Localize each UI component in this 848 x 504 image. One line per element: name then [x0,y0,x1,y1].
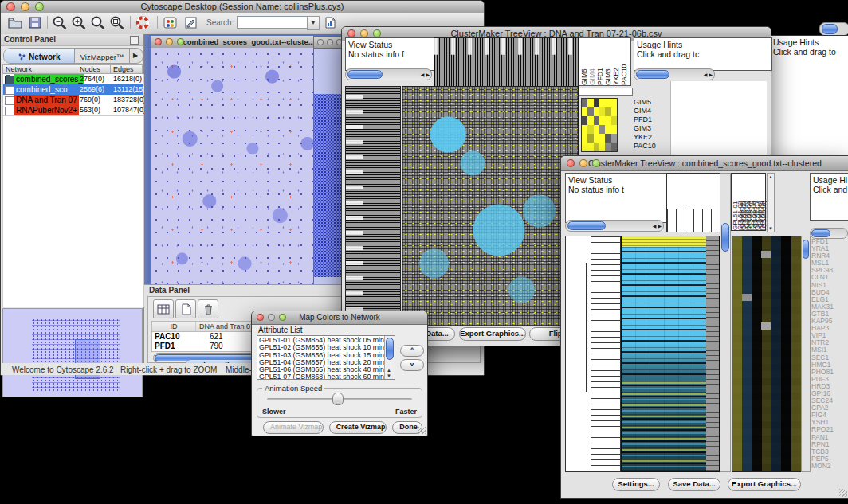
tv2-row-dendrogram[interactable] [565,236,621,472]
tv2-usage-hints-scrollbar[interactable] [810,228,848,239]
network-table-row[interactable]: combined_scores_ 2764(0) 16218(0) [3,74,143,84]
column-header-edges[interactable]: Edges [111,64,143,74]
scroll-right-icon[interactable]: ▶ [426,72,430,77]
minimize-button[interactable] [21,2,29,11]
help-ring-icon[interactable] [135,15,151,30]
tv2-column-label[interactable]: GPL51-08 (GSM872) [760,174,764,230]
dialog-close-button[interactable] [257,314,264,321]
attribute-browser-icon[interactable] [323,16,338,29]
tv2-detail-vscroll-thumb[interactable] [803,240,809,259]
tv2-close-button[interactable] [567,159,575,167]
tv2-main-vscrollbar[interactable] [720,173,731,472]
tv1-row-label[interactable]: GIM3 [634,124,669,133]
data-col-id[interactable]: ID [152,322,196,331]
attribute-list-scroll-thumb[interactable] [386,338,394,360]
scroll-down-icon[interactable]: ▼ [387,373,391,378]
tv2-heatmap[interactable] [621,236,720,472]
dialog-minimize-button[interactable] [268,314,275,321]
resize-grip[interactable] [839,489,847,497]
view2-minimize-button[interactable] [327,39,333,45]
tv1-row-label[interactable]: GIM5 [634,98,669,107]
column-header-network[interactable]: Network [2,64,77,74]
attribute-select-icon[interactable] [153,299,174,318]
tv2-minimize-button[interactable] [579,159,587,167]
close-button[interactable] [6,2,15,11]
tv2-uh-scroll-thumb[interactable] [811,229,830,237]
tv1-row-label[interactable]: GIM4 [634,107,669,115]
tv2-main-vscroll-thumb[interactable] [721,223,729,252]
tv2-save-data-button[interactable]: Save Data... [668,478,720,491]
tv1-row-label[interactable]: PFD1 [634,115,669,124]
tv2-view-status-scrollbar[interactable]: ◀▶ [565,220,664,232]
tab-network[interactable]: Network [4,49,75,63]
tv1-close-button[interactable] [347,29,355,37]
tv2-detail-vscrollbar[interactable] [801,236,811,472]
dialog-button[interactable]: Animate Vizmap [263,421,324,434]
zoom-button[interactable] [35,2,44,11]
resize-grip[interactable] [418,427,426,434]
birdseye-view[interactable] [2,308,143,397]
attribute-list-vscrollbar[interactable]: ▲ ▼ [384,336,395,379]
scroll-left-icon[interactable]: ◀ [421,72,425,77]
network-table-row[interactable]: combined_sco 2569(6) 13112(15) [3,84,143,95]
tv1-row-label[interactable]: PAC10 [634,142,669,150]
speed-slider-thumb[interactable] [332,393,344,405]
offscreen-hint-scrollbar[interactable] [819,22,848,36]
tv1-vs-scroll-thumb[interactable] [347,70,383,79]
gene-label[interactable]: MON2 [811,463,847,470]
save-icon[interactable] [28,16,42,29]
zoom-in-icon[interactable] [71,15,88,30]
tv1-row-dendrogram[interactable] [345,86,401,326]
new-attribute-icon[interactable] [175,299,196,318]
scroll-down-icon[interactable]: ▼ [768,226,773,231]
tv1-correlation-matrix[interactable] [581,98,618,152]
tv1-column-dendrogram[interactable] [434,37,579,88]
tv1-view-status-scrollbar[interactable]: ◀▶ [345,68,432,80]
cytoscape-titlebar[interactable]: Cytoscape Desktop (Session Name: collins… [1,1,484,14]
tv1-column-label[interactable]: PAC10 [621,38,629,85]
view-minimize-button[interactable] [166,38,173,45]
zoom-out-icon[interactable] [52,15,69,30]
tv1-heatmap[interactable] [402,86,579,326]
tv2-detail-heatmap[interactable] [732,236,802,472]
scroll-up-icon[interactable]: ▲ [768,174,773,179]
zoom-selected-icon[interactable] [90,15,107,30]
view-close-button[interactable] [155,38,162,45]
offscreen-hint-scroll-thumb[interactable] [822,24,838,34]
tv1-export-graphics-button[interactable]: Export Graphics... [459,327,526,341]
open-file-icon[interactable] [7,16,23,29]
dialog-zoom-button[interactable] [279,314,286,321]
tv2-settings-button[interactable]: Settings... [612,478,660,491]
tab-overflow-arrow[interactable]: ▶ [129,49,141,63]
search-input[interactable] [237,16,308,29]
tv1-usage-hints-scrollbar[interactable]: ◀▶ [634,68,715,80]
scroll-up-icon[interactable]: ▲ [387,368,391,373]
tab-vizmapper[interactable]: VizMapper™ [74,49,130,63]
attribute-item[interactable]: GPL51-07 (GSM868) heat shock 60 min [259,373,393,380]
tv2-vs-scroll-thumb[interactable] [567,221,606,230]
move-down-button[interactable]: v [400,359,424,371]
network-table-row[interactable]: DNA and Tran 07 769(0) 183728(0) [3,95,143,105]
zoom-fit-icon[interactable] [109,15,126,30]
treeview2-titlebar[interactable]: ClusterMaker TreeView : combined_scores_… [561,156,848,171]
tv1-row-label[interactable]: YKE2 [634,133,669,142]
float-panel-icon[interactable] [130,36,139,45]
move-up-button[interactable]: ^ [400,345,424,357]
view2-close-button[interactable] [317,39,324,45]
scroll-left-icon[interactable]: ◀ [653,223,657,229]
search-dropdown-button[interactable]: ▼ [307,16,320,30]
tv1-uh-scroll-thumb[interactable] [636,70,669,79]
delete-attribute-icon[interactable] [198,299,218,318]
node-appearance-icon[interactable] [163,16,178,29]
view-zoom-button[interactable] [177,38,184,45]
tv2-column-dendrogram[interactable] [666,173,720,232]
scroll-right-icon[interactable]: ▶ [709,72,713,77]
annotation-icon[interactable] [183,16,198,29]
scroll-right-icon[interactable]: ▶ [658,223,662,229]
column-header-nodes[interactable]: Nodes [77,64,111,74]
tv2-export-graphics-button[interactable]: Export Graphics... [728,478,801,491]
tv2-zoom-button[interactable] [592,159,600,167]
dialog-button[interactable]: Create Vizmap [329,421,387,434]
scroll-left-icon[interactable]: ◀ [704,72,708,77]
tv1-zoom-button[interactable] [373,29,381,37]
